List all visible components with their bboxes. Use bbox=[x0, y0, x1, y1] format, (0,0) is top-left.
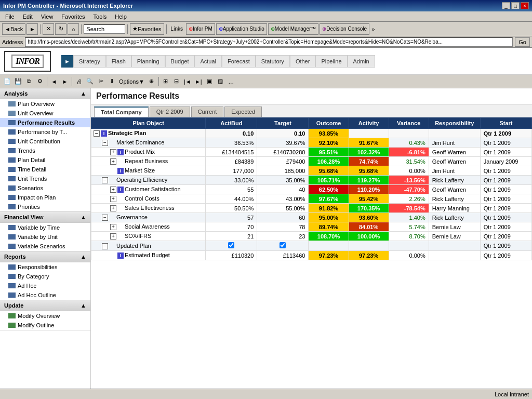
sidebar-item-plan-detail[interactable]: Plan Detail bbox=[0, 155, 90, 165]
nav-tab-statutory[interactable]: Statutory bbox=[256, 55, 290, 68]
app-studio-button[interactable]: ⊕ Application Studio bbox=[216, 23, 267, 35]
nav-tab-actual[interactable]: Actual bbox=[194, 55, 222, 68]
tool-copy[interactable]: ⧉ bbox=[24, 76, 34, 87]
sidebar-item-impact-on-plan[interactable]: Impact on Plan bbox=[0, 193, 90, 202]
sidebar-item-unit-contribution[interactable]: Unit Contribution bbox=[0, 137, 90, 146]
sidebar-item-responsibilities[interactable]: Responsibilities bbox=[0, 262, 90, 272]
nav-arrow-left[interactable]: ► bbox=[61, 55, 73, 68]
cell-target: £113460 bbox=[257, 251, 309, 260]
tool-zoom[interactable]: 🔍 bbox=[85, 76, 95, 87]
nav-tab-forecast[interactable]: Forecast bbox=[222, 55, 256, 68]
sidebar-item-time-detail[interactable]: Time Detail bbox=[0, 165, 90, 174]
more-btn[interactable]: » bbox=[370, 26, 376, 32]
target-checkbox[interactable] bbox=[280, 242, 286, 248]
menu-view[interactable]: View bbox=[38, 13, 57, 20]
expand-icon[interactable]: + bbox=[110, 196, 116, 202]
expand-icon[interactable]: + bbox=[110, 158, 116, 165]
view-tab-total-company[interactable]: Total Company bbox=[94, 107, 149, 117]
sidebar-item-ad-hoc[interactable]: Ad Hoc bbox=[0, 281, 90, 290]
sidebar-item-plan-overview[interactable]: Plan Overview bbox=[0, 99, 90, 109]
tool-view2[interactable]: ▨ bbox=[215, 76, 225, 87]
nav-tab-strategy[interactable]: Strategy bbox=[73, 55, 106, 68]
nav-tab-other[interactable]: Other bbox=[290, 55, 316, 68]
nav-tab-planning[interactable]: Planning bbox=[131, 55, 165, 68]
tool-view3[interactable]: … bbox=[226, 76, 236, 87]
sidebar-item-ad-hoc-outline[interactable]: Ad Hoc Outline bbox=[0, 290, 90, 300]
nav-tab-budget[interactable]: Budget bbox=[165, 55, 195, 68]
expand-icon[interactable]: − bbox=[94, 130, 100, 137]
view-tab-qtr2-2009[interactable]: Qtr 2 2009 bbox=[150, 107, 190, 117]
nav-tab-flash[interactable]: Flash bbox=[106, 55, 131, 68]
sidebar-item-modify-outline[interactable]: Modify Outline bbox=[0, 321, 90, 330]
search-input[interactable] bbox=[84, 24, 125, 34]
expand-icon[interactable]: − bbox=[102, 177, 108, 183]
expand-icon[interactable]: + bbox=[110, 233, 116, 240]
close-button[interactable]: × bbox=[521, 2, 529, 9]
browser-toolbar: ◄ Back ► ✕ ↻ ⌂ ★ Favorites Links ⊕ Infor… bbox=[0, 22, 532, 36]
table-row: −Governance576095.00%93.60%1.40%Rick Laf… bbox=[91, 213, 532, 222]
sidebar-item-by-category[interactable]: By Category bbox=[0, 272, 90, 281]
refresh-button[interactable]: ↻ bbox=[55, 23, 66, 35]
sidebar-item-variable-by-time[interactable]: Variable by Time bbox=[0, 223, 90, 232]
model-manager-button[interactable]: ⊕ Model Manager™ bbox=[268, 23, 318, 35]
tool-back[interactable]: ◄ bbox=[49, 76, 59, 87]
go-button[interactable]: Go bbox=[515, 37, 530, 47]
sidebar-item-variable-scenarios[interactable]: Variable Scenarios bbox=[0, 242, 90, 251]
sidebar-item-priorities[interactable]: Priorities bbox=[0, 202, 90, 211]
sidebar-item-trends[interactable]: Trends bbox=[0, 146, 90, 155]
expand-icon[interactable]: + bbox=[110, 149, 116, 155]
tool-more[interactable]: ⊕ bbox=[147, 76, 157, 87]
tool-new[interactable]: 📄 bbox=[2, 76, 12, 87]
menu-file[interactable]: File bbox=[2, 13, 18, 20]
cell-activity: 97.23% bbox=[349, 251, 389, 260]
view-tab-expected[interactable]: Expected bbox=[224, 107, 262, 117]
tool-forward[interactable]: ► bbox=[60, 76, 70, 87]
tool-cut[interactable]: ✂ bbox=[96, 76, 106, 87]
tool-print[interactable]: 🖨 bbox=[74, 76, 84, 87]
maximize-button[interactable]: □ bbox=[511, 2, 520, 9]
sidebar-item-performance-by-t[interactable]: Performance by T... bbox=[0, 127, 90, 137]
menu-edit[interactable]: Edit bbox=[20, 13, 36, 20]
forward-button[interactable]: ► bbox=[26, 23, 38, 35]
decision-console-button[interactable]: ⊕ Decision Console bbox=[320, 23, 369, 35]
stop-button[interactable]: ✕ bbox=[43, 23, 54, 35]
sidebar-header-analysis[interactable]: Analysis ▲ bbox=[0, 88, 90, 99]
nav-tab-admin[interactable]: Admin bbox=[348, 55, 375, 68]
minimize-button[interactable]: _ bbox=[502, 2, 510, 9]
tool-options[interactable]: Options▼ bbox=[117, 76, 146, 87]
sidebar-item-scenarios[interactable]: Scenarios bbox=[0, 183, 90, 193]
sidebar-header-reports[interactable]: Reports ▲ bbox=[0, 251, 90, 262]
tool-prev[interactable]: |◄ bbox=[182, 76, 193, 87]
menu-help[interactable]: Help bbox=[112, 13, 130, 20]
expand-icon[interactable]: − bbox=[102, 243, 108, 249]
menu-favorites[interactable]: Favorites bbox=[58, 13, 88, 20]
view-tab-current[interactable]: Current bbox=[191, 107, 224, 117]
tool-save[interactable]: 💾 bbox=[13, 76, 23, 87]
sidebar-item-variable-by-unit[interactable]: Variable by Unit bbox=[0, 232, 90, 242]
nav-tab-pipeline[interactable]: Pipeline bbox=[315, 55, 347, 68]
expand-icon[interactable]: − bbox=[102, 215, 108, 221]
tool-grid2[interactable]: ⊟ bbox=[171, 76, 182, 87]
actbud-checkbox[interactable] bbox=[228, 242, 234, 248]
expand-icon[interactable]: + bbox=[110, 205, 116, 211]
infor-pm-button[interactable]: ⊕ Infor PM bbox=[186, 23, 215, 35]
tool-settings[interactable]: ⚙ bbox=[35, 76, 45, 87]
menu-tools[interactable]: Tools bbox=[90, 13, 110, 20]
home-button[interactable]: ⌂ bbox=[68, 23, 79, 35]
sidebar-item-performance-results[interactable]: Performance Results bbox=[0, 118, 90, 127]
expand-icon[interactable]: + bbox=[110, 187, 116, 193]
tool-view1[interactable]: ▣ bbox=[204, 76, 215, 87]
address-input[interactable] bbox=[25, 37, 513, 47]
tool-export[interactable]: ⬇ bbox=[107, 76, 117, 87]
sidebar-item-unit-trends[interactable]: Unit Trends bbox=[0, 174, 90, 183]
tool-grid1[interactable]: ⊞ bbox=[161, 76, 171, 87]
tool-next[interactable]: ►| bbox=[193, 76, 204, 87]
expand-icon[interactable]: − bbox=[102, 140, 108, 146]
sidebar-item-modify-overview[interactable]: Modify Overview bbox=[0, 311, 90, 321]
favorites-button[interactable]: ★ Favorites bbox=[130, 23, 164, 35]
sidebar-header-update[interactable]: Update ▲ bbox=[0, 300, 90, 311]
expand-icon[interactable]: + bbox=[110, 224, 116, 230]
sidebar-header-financial[interactable]: Financial View ▲ bbox=[0, 212, 90, 223]
sidebar-item-unit-overview[interactable]: Unit Overview bbox=[0, 109, 90, 118]
back-button[interactable]: ◄ Back bbox=[2, 23, 25, 35]
